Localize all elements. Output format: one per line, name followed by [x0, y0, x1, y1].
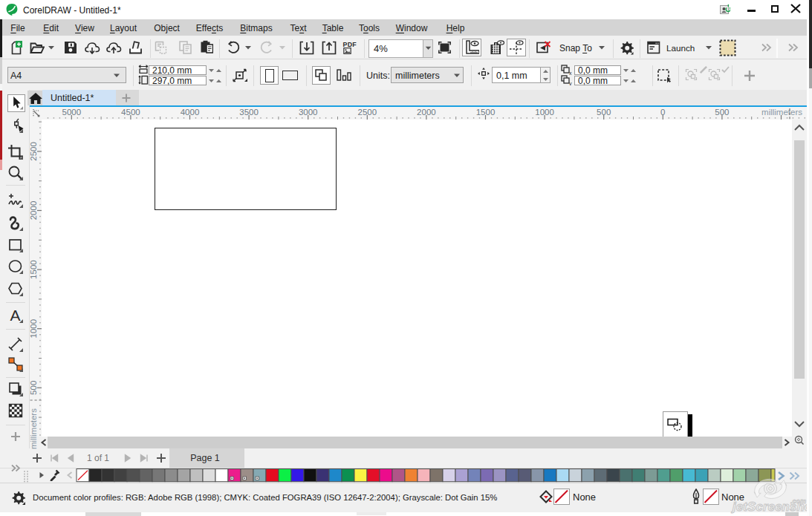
svg-text:3000: 3000	[299, 108, 318, 117]
svg-text:4000: 4000	[181, 108, 200, 117]
svg-text:A: A	[10, 307, 20, 324]
svg-text:.com: .com	[790, 497, 806, 505]
svg-text:0: 0	[660, 108, 665, 117]
svg-text:500: 500	[30, 381, 38, 395]
svg-text:500: 500	[715, 108, 729, 117]
svg-text:1000: 1000	[30, 319, 38, 339]
svg-text:4500: 4500	[121, 108, 140, 117]
svg-text:500: 500	[597, 108, 611, 117]
svg-text:2000: 2000	[417, 108, 436, 117]
svg-text:millimeters: millimeters	[761, 108, 802, 117]
svg-text:millimeters: millimeters	[30, 408, 38, 449]
svg-text:2500: 2500	[30, 142, 38, 161]
svg-text:1000: 1000	[535, 108, 554, 117]
svg-text:5000: 5000	[62, 108, 82, 117]
svg-text:2500: 2500	[358, 108, 377, 117]
svg-text:1500: 1500	[30, 260, 38, 279]
svg-text:2000: 2000	[30, 201, 38, 221]
svg-text:1500: 1500	[476, 108, 496, 117]
svg-text:y: y	[569, 81, 572, 86]
svg-text:3500: 3500	[239, 108, 259, 117]
